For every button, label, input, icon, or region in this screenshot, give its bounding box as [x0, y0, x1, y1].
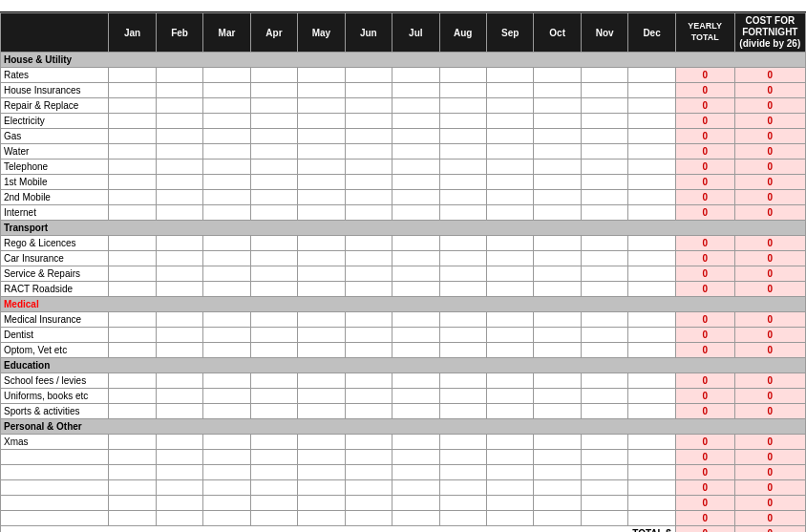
- cell-0-2-7[interactable]: [439, 98, 486, 114]
- cell-2-2-0[interactable]: [109, 343, 156, 358]
- cell-0-1-5[interactable]: [345, 83, 392, 98]
- cell-0-3-4[interactable]: [298, 114, 345, 129]
- cell-0-2-8[interactable]: [486, 98, 533, 114]
- cell-3-2-7[interactable]: [439, 404, 486, 419]
- cell-0-8-3[interactable]: [250, 190, 297, 205]
- cell-1-1-8[interactable]: [486, 251, 533, 266]
- cell-1-1-6[interactable]: [392, 251, 439, 266]
- cell-1-1-2[interactable]: [203, 251, 250, 266]
- cell-0-7-4[interactable]: [298, 175, 345, 190]
- cell-2-1-8[interactable]: [486, 328, 533, 343]
- cell-0-4-3[interactable]: [250, 129, 297, 144]
- cell-1-0-9[interactable]: [534, 236, 581, 251]
- cell-0-0-9[interactable]: [534, 68, 581, 83]
- cell-4-0-9[interactable]: [534, 435, 581, 450]
- cell-0-6-10[interactable]: [581, 160, 627, 175]
- cell-0-9-11[interactable]: [628, 205, 675, 221]
- cell-1-2-5[interactable]: [345, 266, 392, 282]
- cell-3-2-0[interactable]: [109, 404, 156, 419]
- cell-0-1-6[interactable]: [392, 83, 439, 98]
- cell-0-0-11[interactable]: [628, 68, 675, 83]
- cell-2-2-7[interactable]: [439, 343, 486, 358]
- cell-2-1-2[interactable]: [203, 328, 250, 343]
- cell-0-7-9[interactable]: [534, 175, 581, 190]
- cell-4-3-7[interactable]: [439, 480, 486, 496]
- cell-4-5-2[interactable]: [203, 511, 250, 526]
- cell-1-1-9[interactable]: [534, 251, 581, 266]
- cell-0-3-11[interactable]: [628, 114, 675, 129]
- cell-4-2-9[interactable]: [534, 465, 581, 480]
- cell-0-8-5[interactable]: [345, 190, 392, 205]
- cell-3-0-4[interactable]: [298, 373, 345, 389]
- cell-1-2-11[interactable]: [628, 266, 675, 282]
- cell-4-2-6[interactable]: [392, 465, 439, 480]
- cell-1-3-0[interactable]: [109, 282, 156, 297]
- cell-1-2-6[interactable]: [392, 266, 439, 282]
- cell-0-1-3[interactable]: [250, 83, 297, 98]
- cell-4-3-11[interactable]: [628, 480, 675, 496]
- cell-2-2-8[interactable]: [486, 343, 533, 358]
- cell-0-3-9[interactable]: [534, 114, 581, 129]
- cell-0-3-2[interactable]: [203, 114, 250, 129]
- cell-0-3-6[interactable]: [392, 114, 439, 129]
- cell-3-1-0[interactable]: [109, 389, 156, 404]
- cell-0-4-8[interactable]: [486, 129, 533, 144]
- cell-2-1-10[interactable]: [581, 328, 627, 343]
- cell-0-6-6[interactable]: [392, 160, 439, 175]
- cell-4-1-11[interactable]: [628, 450, 675, 465]
- cell-0-8-10[interactable]: [581, 190, 627, 205]
- cell-0-8-0[interactable]: [109, 190, 156, 205]
- cell-2-2-1[interactable]: [156, 343, 202, 358]
- cell-2-1-4[interactable]: [298, 328, 345, 343]
- cell-4-2-10[interactable]: [581, 465, 627, 480]
- cell-0-7-8[interactable]: [486, 175, 533, 190]
- cell-0-6-8[interactable]: [486, 160, 533, 175]
- cell-4-2-0[interactable]: [109, 465, 156, 480]
- cell-1-3-8[interactable]: [486, 282, 533, 297]
- cell-4-1-2[interactable]: [203, 450, 250, 465]
- cell-1-1-7[interactable]: [439, 251, 486, 266]
- cell-0-6-9[interactable]: [534, 160, 581, 175]
- cell-2-0-1[interactable]: [156, 312, 202, 328]
- cell-1-0-11[interactable]: [628, 236, 675, 251]
- cell-1-0-0[interactable]: [109, 236, 156, 251]
- cell-1-2-9[interactable]: [534, 266, 581, 282]
- cell-4-1-0[interactable]: [109, 450, 156, 465]
- cell-3-0-0[interactable]: [109, 373, 156, 389]
- cell-1-0-7[interactable]: [439, 236, 486, 251]
- cell-0-4-10[interactable]: [581, 129, 627, 144]
- cell-0-4-1[interactable]: [156, 129, 202, 144]
- cell-0-9-7[interactable]: [439, 205, 486, 221]
- cell-0-1-7[interactable]: [439, 83, 486, 98]
- cell-4-2-2[interactable]: [203, 465, 250, 480]
- cell-0-7-10[interactable]: [581, 175, 627, 190]
- cell-4-5-1[interactable]: [156, 511, 202, 526]
- cell-4-4-5[interactable]: [345, 496, 392, 511]
- cell-0-0-2[interactable]: [203, 68, 250, 83]
- cell-4-4-11[interactable]: [628, 496, 675, 511]
- cell-0-2-2[interactable]: [203, 98, 250, 114]
- cell-1-1-1[interactable]: [156, 251, 202, 266]
- cell-0-1-0[interactable]: [109, 83, 156, 98]
- cell-0-5-7[interactable]: [439, 144, 486, 160]
- cell-1-3-1[interactable]: [156, 282, 202, 297]
- cell-3-2-3[interactable]: [250, 404, 297, 419]
- cell-4-4-3[interactable]: [250, 496, 297, 511]
- cell-0-2-10[interactable]: [581, 98, 627, 114]
- cell-3-2-8[interactable]: [486, 404, 533, 419]
- cell-3-1-5[interactable]: [345, 389, 392, 404]
- cell-0-6-5[interactable]: [345, 160, 392, 175]
- cell-0-1-9[interactable]: [534, 83, 581, 98]
- cell-3-0-7[interactable]: [439, 373, 486, 389]
- cell-4-0-2[interactable]: [203, 435, 250, 450]
- cell-4-3-1[interactable]: [156, 480, 202, 496]
- cell-2-2-4[interactable]: [298, 343, 345, 358]
- cell-4-3-0[interactable]: [109, 480, 156, 496]
- cell-0-2-1[interactable]: [156, 98, 202, 114]
- cell-0-5-0[interactable]: [109, 144, 156, 160]
- cell-0-9-1[interactable]: [156, 205, 202, 221]
- cell-0-1-1[interactable]: [156, 83, 202, 98]
- cell-0-2-9[interactable]: [534, 98, 581, 114]
- cell-1-0-2[interactable]: [203, 236, 250, 251]
- cell-0-4-6[interactable]: [392, 129, 439, 144]
